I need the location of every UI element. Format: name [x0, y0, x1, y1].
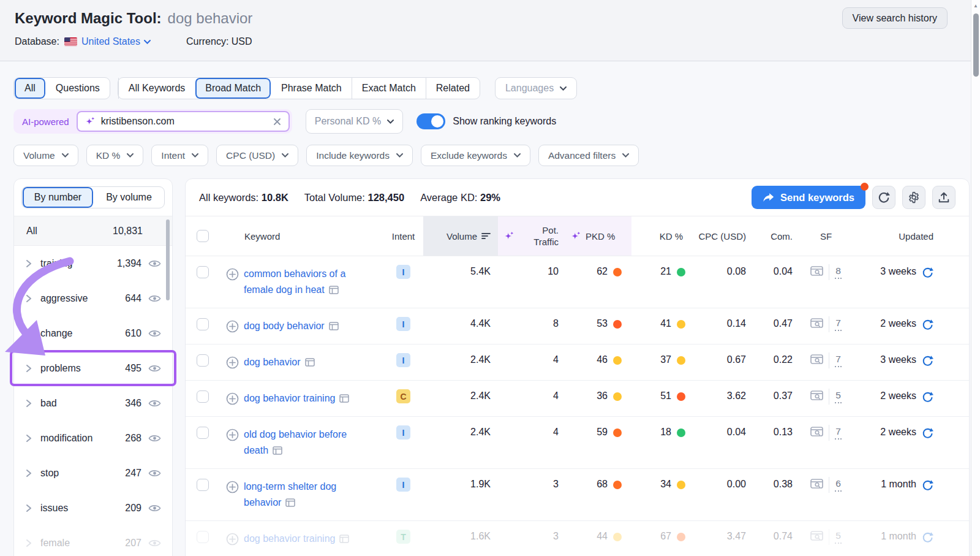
- eye-icon[interactable]: [148, 259, 161, 268]
- filter-dropdown[interactable]: CPC (USD): [216, 145, 298, 166]
- chevron-right-icon[interactable]: [25, 399, 32, 408]
- sf-count[interactable]: 5: [835, 530, 842, 544]
- add-keyword-icon[interactable]: [226, 356, 239, 369]
- eye-icon[interactable]: [148, 294, 161, 303]
- sidebar-group-item[interactable]: problems 495: [14, 351, 172, 386]
- search-input[interactable]: [101, 116, 273, 127]
- match-tab[interactable]: Broad Match: [195, 78, 271, 99]
- row-checkbox[interactable]: [197, 427, 209, 439]
- database-selector[interactable]: United States: [81, 36, 151, 47]
- refresh-button[interactable]: [872, 186, 895, 209]
- add-keyword-icon[interactable]: [226, 428, 239, 441]
- chevron-right-icon[interactable]: [25, 434, 32, 443]
- chevron-right-icon[interactable]: [25, 469, 32, 478]
- serp-snapshot-icon[interactable]: [329, 319, 339, 335]
- keyword-link[interactable]: dog behavior training: [244, 390, 349, 408]
- sidebar-scrollbar-thumb[interactable]: [166, 219, 170, 300]
- intent-badge[interactable]: I: [396, 425, 410, 440]
- row-checkbox[interactable]: [197, 390, 209, 403]
- eye-icon[interactable]: [148, 504, 161, 512]
- sidebar-group-item[interactable]: bad 346: [14, 386, 172, 421]
- keyword-link[interactable]: dog behavior training: [244, 531, 349, 548]
- intent-badge[interactable]: I: [396, 478, 410, 492]
- chevron-right-icon[interactable]: [25, 294, 32, 303]
- match-tab[interactable]: Exact Match: [352, 78, 426, 99]
- sf-count[interactable]: 7: [835, 426, 842, 440]
- eye-icon[interactable]: [148, 434, 161, 443]
- column-volume[interactable]: Volume: [423, 216, 498, 256]
- serp-features-icon[interactable]: [810, 266, 823, 279]
- chevron-right-icon[interactable]: [25, 504, 32, 512]
- sf-count[interactable]: 7: [835, 318, 842, 331]
- chevron-right-icon[interactable]: [25, 259, 32, 268]
- chevron-right-icon[interactable]: [25, 539, 32, 547]
- sidebar-group-item[interactable]: aggressive 644: [14, 281, 172, 316]
- settings-button[interactable]: [902, 186, 925, 209]
- show-ranking-toggle[interactable]: [417, 113, 445, 129]
- sf-count[interactable]: 5: [835, 390, 842, 403]
- sidebar-group-item[interactable]: stop 247: [14, 455, 172, 490]
- export-button[interactable]: [932, 186, 956, 209]
- intent-badge[interactable]: T: [396, 530, 410, 544]
- row-checkbox[interactable]: [197, 266, 209, 278]
- column-kd[interactable]: KD %: [631, 216, 692, 256]
- keyword-link[interactable]: old dog behavior before death: [244, 427, 365, 460]
- clear-search-icon[interactable]: [273, 118, 281, 126]
- serp-snapshot-icon[interactable]: [273, 444, 282, 460]
- sidebar-group-item[interactable]: change 610: [14, 316, 172, 351]
- personal-kd-dropdown[interactable]: Personal KD %: [306, 109, 404, 134]
- refresh-row-icon[interactable]: [922, 267, 933, 281]
- chevron-right-icon[interactable]: [25, 364, 32, 373]
- column-pot-traffic[interactable]: Pot. Traffic: [498, 216, 567, 256]
- serp-features-icon[interactable]: [810, 318, 823, 331]
- sf-count[interactable]: 8: [835, 265, 842, 279]
- select-all-checkbox[interactable]: [197, 230, 209, 242]
- keyword-link[interactable]: dog behavior: [244, 354, 315, 371]
- view-search-history-button[interactable]: View search history: [842, 7, 948, 29]
- refresh-row-icon[interactable]: [922, 531, 933, 546]
- keyword-link[interactable]: dog body behavior: [244, 318, 339, 335]
- scope-tab[interactable]: All: [14, 78, 45, 99]
- filter-dropdown[interactable]: Include keywords: [306, 145, 413, 166]
- refresh-row-icon[interactable]: [922, 427, 933, 441]
- refresh-row-icon[interactable]: [922, 391, 933, 405]
- add-keyword-icon[interactable]: [226, 320, 239, 333]
- column-pkd[interactable]: PKD %: [567, 216, 631, 256]
- keyword-search-field[interactable]: [77, 111, 290, 132]
- intent-badge[interactable]: C: [396, 389, 410, 403]
- keyword-link[interactable]: long-term shelter dog behavior: [244, 479, 365, 512]
- keyword-link[interactable]: common behaviors of a female dog in heat: [244, 266, 365, 299]
- serp-snapshot-icon[interactable]: [305, 356, 315, 371]
- serp-features-icon[interactable]: [810, 531, 823, 544]
- scrollbar-up-arrow-icon[interactable]: ▲: [973, 3, 978, 9]
- serp-snapshot-icon[interactable]: [329, 283, 339, 299]
- eye-icon[interactable]: [148, 399, 161, 408]
- column-com[interactable]: Com.: [757, 216, 800, 256]
- eye-icon[interactable]: [148, 469, 161, 478]
- filter-dropdown[interactable]: Advanced filters: [538, 145, 639, 166]
- sidebar-group-item[interactable]: female 207: [14, 525, 172, 556]
- add-keyword-icon[interactable]: [226, 533, 239, 546]
- page-scrollbar[interactable]: ▲: [971, 0, 980, 556]
- eye-icon[interactable]: [148, 329, 161, 338]
- intent-badge[interactable]: I: [396, 265, 410, 279]
- match-tab[interactable]: Phrase Match: [271, 78, 352, 99]
- column-updated[interactable]: Updated: [852, 216, 969, 256]
- row-checkbox[interactable]: [197, 318, 209, 330]
- column-sf[interactable]: SF: [800, 216, 852, 256]
- filter-dropdown[interactable]: KD %: [86, 145, 144, 166]
- serp-snapshot-icon[interactable]: [285, 496, 295, 512]
- eye-icon[interactable]: [148, 364, 161, 373]
- sidebar-group-item[interactable]: modification 268: [14, 421, 172, 455]
- row-checkbox[interactable]: [197, 479, 209, 491]
- add-keyword-icon[interactable]: [226, 268, 239, 281]
- sidebar-group-item[interactable]: training 1,394: [14, 246, 172, 281]
- column-cpc[interactable]: CPC (USD): [692, 216, 757, 256]
- sidebar-item-all[interactable]: All 10,831: [14, 216, 172, 246]
- serp-features-icon[interactable]: [810, 354, 823, 367]
- serp-features-icon[interactable]: [810, 479, 823, 492]
- sf-count[interactable]: 7: [835, 354, 842, 367]
- match-tab[interactable]: Related: [426, 78, 480, 99]
- column-keyword[interactable]: Keyword: [221, 216, 383, 256]
- refresh-row-icon[interactable]: [922, 355, 933, 369]
